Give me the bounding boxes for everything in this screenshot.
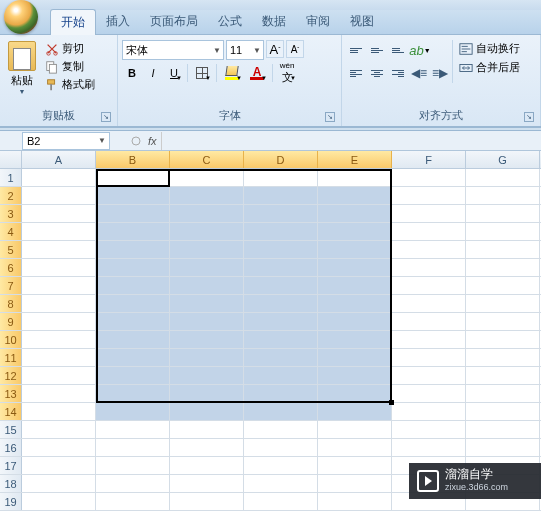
cell[interactable] (170, 385, 244, 402)
tab-review[interactable]: 审阅 (296, 9, 340, 35)
grow-font-button[interactable]: Aˆ (266, 40, 284, 58)
font-name-select[interactable]: 宋体 ▼ (122, 40, 224, 60)
col-header-G[interactable]: G (466, 151, 540, 168)
cell[interactable] (392, 349, 466, 366)
cell[interactable] (466, 349, 540, 366)
cell[interactable] (244, 403, 318, 420)
name-box[interactable]: B2 ▼ (22, 132, 110, 150)
cell[interactable] (96, 493, 170, 510)
fx-cancel[interactable] (128, 133, 144, 149)
cell[interactable] (22, 493, 96, 510)
cell[interactable] (244, 457, 318, 474)
row-header[interactable]: 15 (0, 421, 22, 438)
cell[interactable] (244, 259, 318, 276)
cell[interactable] (318, 331, 392, 348)
col-header-D[interactable]: D (244, 151, 318, 168)
cell[interactable] (318, 277, 392, 294)
col-header-F[interactable]: F (392, 151, 466, 168)
cell[interactable] (170, 403, 244, 420)
cell[interactable] (318, 205, 392, 222)
cell[interactable] (96, 349, 170, 366)
cell[interactable] (96, 457, 170, 474)
row-header[interactable]: 5 (0, 241, 22, 258)
align-top-button[interactable] (346, 40, 366, 60)
cell[interactable] (392, 367, 466, 384)
cell[interactable] (22, 403, 96, 420)
cell[interactable] (392, 259, 466, 276)
row-header[interactable]: 17 (0, 457, 22, 474)
row-header[interactable]: 6 (0, 259, 22, 276)
cell[interactable] (466, 403, 540, 420)
row-header[interactable]: 14 (0, 403, 22, 420)
cell[interactable] (22, 259, 96, 276)
font-color-button[interactable]: A ▼ (245, 63, 269, 83)
shrink-font-button[interactable]: Aˇ (286, 40, 304, 58)
border-button[interactable]: ▼ (191, 63, 213, 83)
cell[interactable] (22, 331, 96, 348)
row-header[interactable]: 3 (0, 205, 22, 222)
cell[interactable] (244, 349, 318, 366)
align-center-button[interactable] (367, 63, 387, 83)
cell[interactable] (96, 313, 170, 330)
cell[interactable] (22, 367, 96, 384)
cell[interactable] (170, 277, 244, 294)
cell[interactable] (170, 313, 244, 330)
cell[interactable] (466, 385, 540, 402)
cell[interactable] (392, 421, 466, 438)
cell[interactable] (96, 295, 170, 312)
cell[interactable] (22, 205, 96, 222)
orientation-button[interactable]: ab▼ (409, 40, 431, 60)
row-header[interactable]: 13 (0, 385, 22, 402)
cell[interactable] (466, 241, 540, 258)
align-right-button[interactable] (388, 63, 408, 83)
cell[interactable] (244, 313, 318, 330)
cell[interactable] (318, 349, 392, 366)
row-header[interactable]: 2 (0, 187, 22, 204)
cell[interactable] (466, 367, 540, 384)
align-left-button[interactable] (346, 63, 366, 83)
cell[interactable] (244, 295, 318, 312)
cell[interactable] (318, 259, 392, 276)
cell[interactable] (318, 403, 392, 420)
fx-button[interactable]: fx (148, 135, 157, 147)
cell[interactable] (170, 493, 244, 510)
cell[interactable] (244, 187, 318, 204)
cell[interactable] (170, 367, 244, 384)
cell[interactable] (392, 277, 466, 294)
cell[interactable] (244, 169, 318, 186)
cell[interactable] (318, 475, 392, 492)
cell[interactable] (466, 295, 540, 312)
cell[interactable] (392, 385, 466, 402)
increase-indent-button[interactable]: ≡▶ (430, 63, 450, 83)
cell[interactable] (244, 421, 318, 438)
cell[interactable] (318, 493, 392, 510)
cell[interactable] (96, 259, 170, 276)
cell[interactable] (96, 241, 170, 258)
underline-button[interactable]: U▼ (164, 63, 184, 83)
cell[interactable] (22, 439, 96, 456)
cut-button[interactable]: 剪切 (42, 40, 98, 57)
cell[interactable] (466, 421, 540, 438)
cell[interactable] (170, 187, 244, 204)
cell[interactable] (466, 277, 540, 294)
cell[interactable] (22, 385, 96, 402)
cell[interactable] (170, 295, 244, 312)
tab-data[interactable]: 数据 (252, 9, 296, 35)
cell[interactable] (170, 259, 244, 276)
cell[interactable] (466, 259, 540, 276)
cell[interactable] (22, 421, 96, 438)
cell[interactable] (170, 421, 244, 438)
row-header[interactable]: 12 (0, 367, 22, 384)
cell[interactable] (96, 277, 170, 294)
cell[interactable] (466, 187, 540, 204)
bold-button[interactable]: B (122, 63, 142, 83)
cell[interactable] (244, 277, 318, 294)
cell[interactable] (318, 295, 392, 312)
alignment-launcher[interactable]: ↘ (524, 112, 534, 122)
fill-handle[interactable] (389, 400, 394, 405)
col-header-A[interactable]: A (22, 151, 96, 168)
row-header[interactable]: 4 (0, 223, 22, 240)
cell[interactable] (318, 439, 392, 456)
cell[interactable] (466, 205, 540, 222)
row-header[interactable]: 11 (0, 349, 22, 366)
